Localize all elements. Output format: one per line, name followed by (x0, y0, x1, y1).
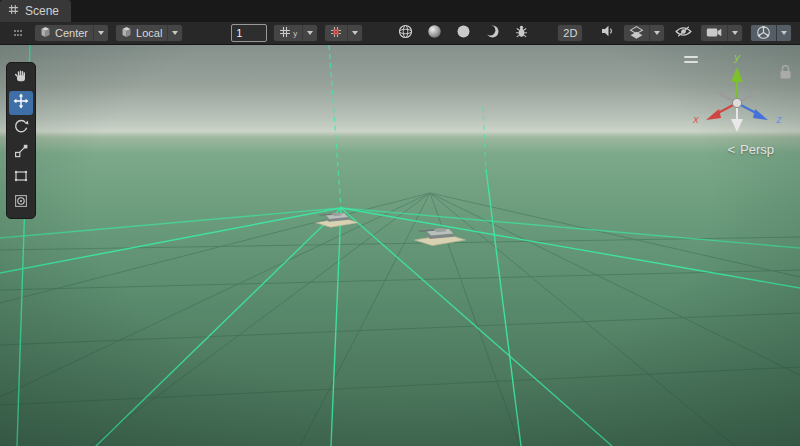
camera-button[interactable] (700, 24, 743, 42)
visibility-toggle-button[interactable] (673, 24, 693, 42)
scene-toolbar: Center Local (0, 22, 800, 45)
lock-icon[interactable] (781, 66, 791, 79)
tab-scene[interactable]: Scene (0, 0, 71, 22)
persp-label: Persp (740, 142, 774, 157)
effects-dropdown-caret[interactable] (649, 25, 664, 41)
gizmo-center-handle[interactable] (732, 98, 741, 107)
local-cube-icon (121, 26, 132, 40)
mode-2d-label: 2D (563, 27, 577, 39)
gizmo-y-axis[interactable]: y (731, 51, 743, 103)
hand-tool-button[interactable] (9, 66, 33, 90)
pivot-dropdown-caret[interactable] (93, 25, 108, 41)
bug-toggle-button[interactable] (511, 24, 531, 42)
flat-circle-toggle-button[interactable] (453, 24, 473, 42)
rotate-tool-button[interactable] (9, 116, 33, 140)
bug-icon (514, 24, 529, 43)
camera-icon (706, 26, 722, 40)
orientation-mode-button[interactable]: Local (115, 24, 183, 42)
grid-snap-dropdown-caret[interactable] (302, 25, 317, 41)
wireframe-sphere-icon (398, 24, 413, 43)
increment-snap-button[interactable] (324, 24, 363, 42)
gizmos-dropdown-caret[interactable] (776, 25, 791, 41)
pivot-mode-label: Center (55, 27, 88, 39)
scene-viewport[interactable]: y x z < Persp (0, 45, 800, 446)
pivot-cube-icon (40, 26, 51, 40)
effects-icon (629, 25, 644, 42)
toolbar-grip-icon[interactable] (8, 24, 28, 42)
tab-bar: Scene (0, 0, 800, 22)
grid-snap-icon (279, 26, 291, 40)
audio-icon (600, 24, 615, 42)
orientation-dropdown-caret[interactable] (167, 25, 182, 41)
increment-snap-dropdown-caret[interactable] (347, 25, 362, 41)
tank-object[interactable] (312, 205, 362, 231)
orientation-mode-label: Local (136, 27, 162, 39)
projection-toggle[interactable]: < Persp (727, 142, 774, 157)
tool-palette (6, 62, 36, 219)
rotate-icon (13, 118, 29, 138)
move-tool-button[interactable] (9, 91, 33, 115)
moon-toggle-button[interactable] (482, 24, 502, 42)
eye-icon (675, 24, 692, 42)
grid-snap-button[interactable]: y (273, 24, 318, 42)
transform-icon (13, 193, 29, 213)
tab-scene-label: Scene (25, 4, 59, 18)
shaded-toggle-button[interactable] (424, 24, 444, 42)
shaded-sphere-icon (427, 24, 442, 43)
persp-chevron-icon: < (727, 142, 735, 157)
camera-dropdown-caret[interactable] (727, 25, 742, 41)
gizmo-z-axis[interactable]: z (737, 103, 782, 125)
scene-gizmo-icon (756, 25, 771, 42)
audio-toggle-button[interactable] (597, 24, 617, 42)
grid-tab-icon (8, 4, 19, 18)
move-icon (13, 93, 29, 113)
tank-object[interactable] (410, 219, 470, 250)
moon-icon (485, 24, 500, 43)
increment-snap-icon (330, 26, 342, 40)
gizmos-button[interactable] (750, 24, 792, 42)
snap-increment-field[interactable] (231, 24, 267, 42)
gizmo-x-axis[interactable]: x (692, 103, 737, 125)
scale-icon (13, 143, 29, 163)
hand-icon (13, 68, 29, 88)
grid-axis-label: y (293, 29, 297, 40)
gizmo-x-label: x (692, 113, 699, 125)
gizmo-y-label: y (733, 51, 741, 63)
effects-button[interactable] (623, 24, 665, 42)
flat-circle-icon (456, 24, 471, 43)
wireframe-toggle-button[interactable] (395, 24, 415, 42)
mode-2d-button[interactable]: 2D (557, 24, 583, 42)
gizmo-z-label: z (775, 113, 782, 125)
transform-tool-button[interactable] (9, 191, 33, 215)
rect-icon (13, 168, 29, 188)
pivot-mode-button[interactable]: Center (34, 24, 109, 42)
scale-tool-button[interactable] (9, 141, 33, 165)
rect-tool-button[interactable] (9, 166, 33, 190)
scene-view-window: Scene Center (0, 0, 800, 446)
